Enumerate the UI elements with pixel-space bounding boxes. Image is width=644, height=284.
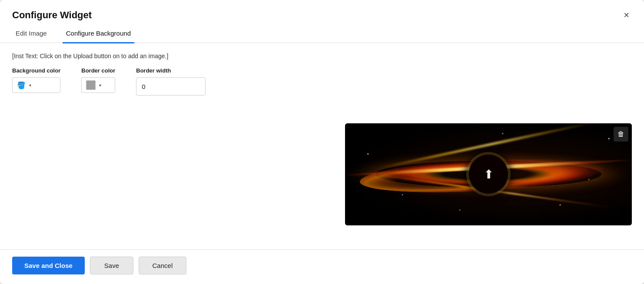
tab-configure-background[interactable]: Configure Background [63, 30, 134, 43]
controls-row: Background color 🪣 ▾ Border color ▾ Bord… [12, 67, 632, 96]
background-color-chevron-icon: ▾ [29, 83, 31, 88]
border-color-swatch [86, 80, 96, 90]
trash-icon: 🗑 [617, 130, 624, 138]
background-color-button[interactable]: 🪣 ▾ [12, 77, 60, 93]
border-width-group: Border width [136, 67, 206, 96]
image-preview-area: ⬆ 🗑 [345, 123, 632, 225]
instruction-text: [Inst Text: Click on the Upload button o… [12, 53, 632, 59]
background-color-label: Background color [12, 67, 60, 74]
main-content-row: ⬆ 🗑 [12, 123, 632, 243]
close-button[interactable]: × [621, 9, 632, 22]
border-width-label: Border width [136, 67, 206, 74]
dialog-title: Configure Widget [12, 10, 92, 21]
border-color-group: Border color ▾ [81, 67, 115, 93]
black-hole-center: ⬆ [469, 155, 508, 194]
image-canvas: ⬆ [345, 123, 632, 225]
cancel-button[interactable]: Cancel [139, 257, 186, 274]
tabs-container: Edit Image Configure Background [0, 22, 644, 43]
save-and-close-button[interactable]: Save and Close [12, 257, 85, 274]
delete-image-button[interactable]: 🗑 [614, 127, 628, 142]
border-color-button[interactable]: ▾ [81, 77, 115, 93]
upload-icon: ⬆ [484, 167, 494, 182]
paint-bucket-icon: 🪣 [17, 81, 26, 89]
border-width-input[interactable] [136, 77, 206, 96]
dialog-header: Configure Widget × [0, 0, 644, 22]
dialog-body: [Inst Text: Click on the Upload button o… [0, 43, 644, 249]
background-color-group: Background color 🪣 ▾ [12, 67, 60, 93]
configure-widget-dialog: Configure Widget × Edit Image Configure … [0, 0, 644, 284]
tab-edit-image[interactable]: Edit Image [12, 30, 50, 43]
dialog-footer: Save and Close Save Cancel [0, 249, 644, 284]
border-color-chevron-icon: ▾ [99, 83, 101, 88]
border-color-label: Border color [81, 67, 115, 74]
save-button[interactable]: Save [90, 257, 133, 274]
